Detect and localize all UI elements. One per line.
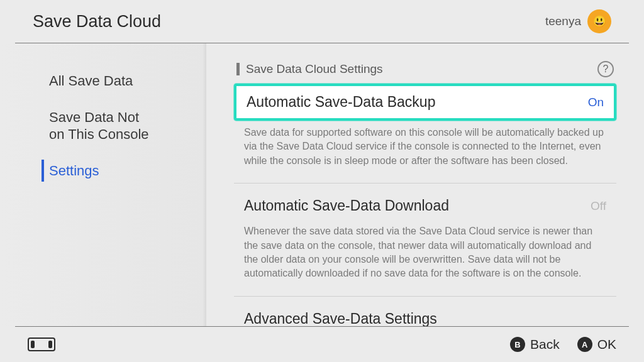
header: Save Data Cloud teenya 😃 [0, 0, 644, 43]
heading-bar-icon [236, 63, 240, 75]
setting-auto-download[interactable]: Automatic Save-Data Download Off [234, 192, 616, 219]
body: All Save Data Save Data Not on This Cons… [0, 43, 644, 326]
help-icon[interactable]: ? [597, 61, 614, 77]
sidebar-item-all-save-data[interactable]: All Save Data [0, 66, 206, 96]
section-heading-row: Save Data Cloud Settings ? [234, 61, 616, 77]
footer-actions: B Back A OK [510, 337, 616, 352]
setting-label: Advanced Save-Data Settings [244, 310, 437, 326]
page-title: Save Data Cloud [33, 12, 161, 31]
sidebar-item-label: Save Data Not on This Console [49, 109, 149, 143]
setting-label: Automatic Save-Data Download [244, 197, 449, 214]
user-block[interactable]: teenya 😃 [545, 9, 611, 33]
console-icon[interactable] [28, 337, 55, 351]
sidebar-item-not-on-console[interactable]: Save Data Not on This Console [0, 102, 206, 150]
divider [234, 183, 616, 184]
sidebar-item-label: All Save Data [49, 73, 133, 89]
sidebar-item-settings[interactable]: Settings [0, 156, 206, 186]
footer: B Back A OK [0, 327, 644, 362]
setting-auto-backup-desc: Save data for supported software on this… [234, 121, 616, 177]
section-heading-text: Save Data Cloud Settings [246, 62, 383, 76]
setting-auto-download-desc: Whenever the save data stored via the Sa… [234, 219, 616, 290]
avatar[interactable]: 😃 [587, 9, 611, 33]
help-glyph: ? [603, 63, 609, 75]
username: teenya [545, 14, 581, 28]
setting-auto-backup[interactable]: Automatic Save-Data Backup On [234, 84, 616, 121]
sidebar: All Save Data Save Data Not on This Cons… [0, 43, 206, 326]
setting-value: On [588, 96, 604, 109]
a-button-icon: A [577, 337, 592, 352]
back-label: Back [530, 337, 560, 352]
divider [234, 296, 616, 297]
setting-value: Off [591, 199, 606, 213]
ok-label: OK [597, 337, 616, 352]
section-heading: Save Data Cloud Settings [236, 62, 383, 76]
back-button[interactable]: B Back [510, 337, 560, 352]
sidebar-item-label: Settings [49, 163, 99, 178]
setting-label: Automatic Save-Data Backup [247, 94, 435, 111]
ok-button[interactable]: A OK [577, 337, 616, 352]
setting-advanced[interactable]: Advanced Save-Data Settings [234, 305, 616, 326]
b-button-icon: B [510, 337, 525, 352]
main-content: Save Data Cloud Settings ? Automatic Sav… [206, 43, 644, 326]
